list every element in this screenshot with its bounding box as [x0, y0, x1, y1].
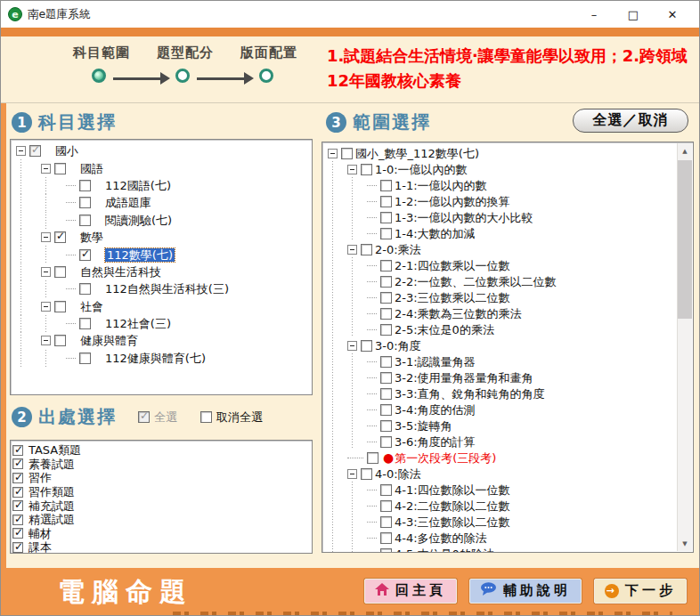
minimize-button[interactable]: – — [574, 2, 614, 27]
tree-checkbox[interactable] — [380, 436, 392, 448]
next-step-button[interactable]: →下一步 — [594, 579, 687, 604]
source-item-label[interactable]: TASA類題 — [28, 443, 81, 457]
tree-node-label[interactable]: 成語題庫 — [105, 196, 151, 209]
tree-checkbox[interactable] — [361, 244, 372, 255]
tree-node-label[interactable]: 112數學(七) — [105, 248, 175, 262]
tree-node-label[interactable]: 3-0:角度 — [375, 339, 421, 353]
source-checkbox[interactable] — [12, 458, 23, 469]
tree-node-label[interactable]: 2-5:末位是0的乘法 — [395, 323, 494, 336]
collapse-icon[interactable] — [347, 245, 357, 255]
tree-checkbox[interactable] — [380, 420, 392, 432]
tree-checkbox[interactable] — [79, 215, 91, 226]
tree-checkbox[interactable] — [380, 548, 392, 554]
tree-node-label[interactable]: 4-2:二位數除以二位數 — [395, 499, 510, 513]
tree-checkbox[interactable] — [54, 335, 66, 346]
tree-node-label[interactable]: 國小_數學_112數學(七) — [355, 147, 479, 160]
tree-node-label[interactable]: 健康與體育 — [80, 334, 138, 347]
tree-checkbox[interactable] — [79, 197, 91, 208]
scroll-down-icon[interactable]: ▼ — [678, 536, 692, 551]
tree-node-label[interactable]: 2-0:乘法 — [375, 243, 421, 256]
tree-node-label[interactable]: 3-2:使用量角器量角和畫角 — [395, 371, 533, 385]
source-checkbox[interactable] — [12, 515, 23, 525]
tree-node-label[interactable]: 3-4:角度的估測 — [395, 403, 476, 417]
collapse-icon[interactable] — [41, 302, 51, 312]
source-checkbox[interactable] — [12, 500, 23, 511]
tree-node-label[interactable]: 自然與生活科技 — [80, 265, 161, 279]
tree-node-label[interactable]: 1-1:一億以內的數 — [395, 179, 487, 192]
tree-node-label[interactable]: 2-3:三位數乘以二位數 — [395, 291, 510, 304]
tree-checkbox[interactable] — [380, 356, 392, 368]
tree-checkbox[interactable] — [54, 301, 66, 312]
tree-node-label[interactable]: 1-2:一億以內數的換算 — [395, 195, 510, 208]
tree-checkbox[interactable] — [54, 163, 66, 174]
select-all-checkbox[interactable] — [138, 411, 150, 423]
tree-node-label[interactable]: 國語 — [80, 162, 103, 175]
tree-node-label[interactable]: 2-1:四位數乘以一位數 — [395, 259, 510, 272]
select-all-toggle-button[interactable]: 全選／取消 — [573, 109, 688, 133]
collapse-icon[interactable] — [328, 149, 338, 158]
tree-checkbox[interactable] — [380, 532, 392, 544]
tree-checkbox[interactable] — [54, 266, 66, 278]
source-item-label[interactable]: 輔材 — [28, 527, 52, 540]
tree-checkbox[interactable] — [380, 292, 392, 304]
help-button[interactable]: 輔助說明 — [469, 579, 582, 604]
collapse-icon[interactable] — [347, 341, 357, 351]
collapse-icon[interactable] — [16, 146, 26, 156]
tree-node-label[interactable]: 4-1:四位數除以一位數 — [395, 483, 510, 497]
tree-node-label[interactable]: 社會 — [80, 300, 103, 313]
tree-node-label[interactable]: 1-4:大數的加減 — [395, 227, 476, 240]
tree-checkbox[interactable] — [380, 500, 392, 512]
tree-checkbox[interactable] — [380, 180, 392, 191]
tree-checkbox[interactable] — [380, 276, 392, 288]
tree-checkbox[interactable] — [380, 228, 392, 239]
scope-scrollbar[interactable]: ▲ ▼ — [677, 143, 692, 551]
source-item-label[interactable]: 課本 — [28, 540, 52, 554]
source-item-label[interactable]: 素養試題 — [28, 458, 75, 471]
tree-node-label[interactable]: 3-3:直角、銳角和鈍角的角度 — [395, 387, 545, 401]
tree-node-label[interactable]: 1-3:一億以內數的大小比較 — [395, 211, 533, 224]
source-item-label[interactable]: 精選試題 — [28, 513, 75, 526]
collapse-icon[interactable] — [41, 232, 51, 242]
source-item-label[interactable]: 習作類題 — [28, 485, 75, 498]
collapse-icon[interactable] — [41, 336, 51, 345]
tree-node-label[interactable]: 3-6:角度的計算 — [395, 435, 476, 449]
source-checkbox[interactable] — [12, 445, 23, 456]
tree-checkbox[interactable] — [79, 318, 91, 329]
tree-node-label[interactable]: 數學 — [80, 231, 103, 244]
tree-checkbox[interactable] — [380, 484, 392, 496]
collapse-icon[interactable] — [347, 165, 357, 174]
tree-checkbox[interactable] — [29, 145, 41, 157]
tree-checkbox[interactable] — [367, 452, 378, 464]
tree-node-label[interactable]: 4-4:多位數的除法 — [395, 531, 487, 545]
tree-node-label[interactable]: 國小 — [55, 144, 78, 158]
tree-checkbox[interactable] — [79, 249, 91, 261]
tree-checkbox[interactable] — [380, 324, 392, 336]
tree-checkbox[interactable] — [380, 308, 392, 320]
tree-checkbox[interactable] — [361, 164, 372, 175]
tree-checkbox[interactable] — [79, 283, 91, 295]
scrollbar-thumb[interactable] — [678, 160, 692, 319]
tree-node-label[interactable]: 4-5:末位是0的除法 — [395, 547, 494, 554]
tree-checkbox[interactable] — [79, 353, 91, 364]
source-checkbox[interactable] — [12, 473, 23, 483]
tree-node-label[interactable]: 4-0:除法 — [375, 467, 421, 481]
close-button[interactable]: ✕ — [653, 2, 692, 27]
tree-node-label[interactable]: 2-2:一位數、二位數乘以二位數 — [395, 275, 557, 288]
tree-checkbox[interactable] — [341, 148, 353, 159]
tree-node-label[interactable]: 1-0:一億以內的數 — [375, 163, 468, 176]
tree-node-label[interactable]: 3-1:認識量角器 — [395, 355, 476, 369]
tree-node-label[interactable]: 閱讀測驗(七) — [105, 214, 172, 227]
source-checkbox[interactable] — [12, 528, 23, 539]
collapse-icon[interactable] — [41, 267, 51, 277]
tree-checkbox[interactable] — [380, 196, 392, 207]
tree-node-label[interactable]: 112社會(三) — [105, 317, 171, 330]
tree-checkbox[interactable] — [79, 180, 91, 191]
tree-node-label[interactable]: 112健康與體育(七) — [105, 352, 206, 365]
scroll-up-icon[interactable]: ▲ — [678, 143, 692, 158]
tree-checkbox[interactable] — [361, 340, 372, 352]
home-button[interactable]: 回主頁 — [364, 579, 457, 604]
source-item-label[interactable]: 補充試題 — [28, 499, 75, 513]
tree-node-label[interactable]: 3-5:旋轉角 — [395, 419, 452, 433]
tree-node-label[interactable]: 2-4:乘數為三位數的乘法 — [395, 307, 522, 320]
tree-checkbox[interactable] — [54, 231, 66, 243]
